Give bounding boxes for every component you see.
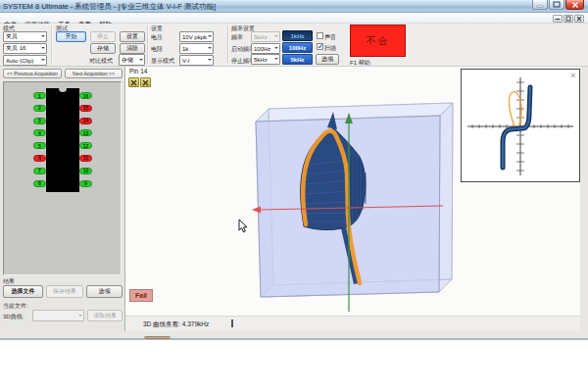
sweep-checkbox[interactable] [317, 43, 323, 50]
chip-pin-6[interactable]: 6 [33, 155, 46, 162]
vi-curve-inset[interactable] [461, 69, 580, 182]
chip-pin-10[interactable]: 10 [79, 168, 92, 174]
minimize-icon [536, 2, 544, 8]
save-results-label: 保存结果 [53, 287, 76, 296]
resistance-label: 电阻 [151, 45, 163, 54]
chevron-down-icon [274, 35, 278, 37]
chevron-down-icon [41, 35, 45, 37]
viewer-label: 3D 曲线查看: [143, 320, 180, 327]
read-results-label: 读取结果 [93, 312, 117, 320]
mdi-minimize-icon [555, 16, 561, 21]
window-title: SYSTEM 8 Ultimate - 系统管理员 - [专业三维立体 V-I-… [3, 2, 216, 12]
mdi-minimize-button[interactable] [553, 15, 563, 23]
close-button[interactable] [565, 0, 584, 10]
chip-pin-3[interactable]: 3 [33, 118, 46, 124]
voltage-select[interactable]: 10V pkpk [179, 31, 214, 42]
clear-button[interactable]: 清除 [120, 43, 145, 54]
results-options-label: 选项 [99, 287, 111, 296]
chip-pins-left[interactable]: 12345678 [33, 92, 46, 187]
store-button[interactable]: 存储 [90, 43, 116, 54]
window-right-border [580, 67, 588, 331]
compare-mode-label: 对比模式 [89, 57, 113, 66]
inset-grip-icon [571, 74, 575, 77]
chevron-down-icon [139, 59, 143, 61]
mdi-restore-icon [565, 16, 571, 22]
chip-pin-15[interactable]: 15 [79, 105, 92, 112]
current-file-label: 当前文件: [3, 302, 28, 311]
save-results-button: 保存结果 [46, 285, 83, 298]
chip-pin-13[interactable]: 13 [79, 129, 92, 136]
resistance-select[interactable]: 1k [179, 43, 214, 54]
stop-button-label: 停止 [97, 32, 109, 41]
display-mode-select-value: V-I [182, 58, 189, 64]
options-button[interactable]: 选项 [316, 54, 339, 65]
stop-button: 停止 [90, 31, 116, 42]
chevron-down-icon [78, 315, 82, 317]
start-frequency-select-value: 100Hz [254, 46, 270, 52]
previous-acquisition-button[interactable]: << Previous Acquisition [3, 69, 62, 78]
frequency-label: 频率 [231, 33, 243, 42]
chip-pin-12[interactable]: 12 [79, 142, 92, 149]
start-frequency-select[interactable]: 100Hz [251, 43, 280, 54]
chevron-down-icon [208, 47, 212, 49]
chevron-down-icon [41, 47, 45, 49]
screenshot-root: SYSTEM 8 Ultimate - 系统管理员 - [专业三维立体 V-I-… [0, 0, 588, 392]
chevron-down-icon [208, 35, 212, 37]
curve-viewer-bar: 3D 曲线查看: 4.379kHz [125, 316, 580, 331]
chip-pins-right[interactable]: 161514131211109 [79, 92, 92, 187]
fixture-pins-select-value: 夹具 16 [6, 44, 25, 53]
chip-pin-16[interactable]: 16 [79, 92, 92, 99]
settings-button[interactable]: 设置 [120, 31, 145, 42]
frequency-slider-thumb[interactable] [231, 319, 233, 327]
choose-file-button[interactable]: 选择文件 [3, 285, 43, 298]
test-result-indicator: 不合 [350, 24, 406, 57]
chip-body [46, 88, 79, 192]
chip-pin-2[interactable]: 2 [33, 105, 46, 112]
display-mode-select[interactable]: V-I [179, 55, 214, 66]
sound-checkbox[interactable] [317, 32, 323, 39]
store-button-label: 存储 [97, 44, 109, 53]
chevron-down-icon [41, 59, 45, 61]
sound-checkbox-label: 声音 [324, 33, 336, 42]
frequency-select: 5kHz [251, 31, 280, 42]
mdi-close-button[interactable] [574, 15, 584, 23]
viewer-frequency-readout: 3D 曲线查看: 4.379kHz [143, 320, 209, 329]
curve-3d-label: 3D曲线: [3, 313, 24, 321]
stop-frequency-select[interactable]: 5kHz [251, 54, 280, 65]
menu-bar: 文件仪器功能工具查看帮助 [0, 13, 588, 24]
chip-pin-14[interactable]: 14 [79, 118, 92, 124]
mdi-restore-button[interactable] [564, 15, 573, 23]
toolbar-separator [147, 25, 148, 64]
compare-mode-select[interactable]: 存储 [119, 54, 145, 66]
read-results-button: 读取结果 [87, 310, 122, 321]
minimize-button[interactable] [532, 0, 548, 10]
app-window: SYSTEM 8 Ultimate - 系统管理员 - [专业三维立体 V-I-… [0, 0, 588, 340]
fixture-panel: << Previous Acquisition Next Acquisition… [0, 67, 125, 331]
voltage-label: 电压 [151, 33, 163, 42]
chip-pin-7[interactable]: 7 [33, 168, 46, 174]
chip-pin-8[interactable]: 8 [33, 180, 46, 187]
chip-pin-5[interactable]: 5 [33, 142, 46, 149]
stop-frequency-badge: 5kHz [282, 54, 313, 65]
chip-pin-4[interactable]: 4 [33, 129, 46, 136]
toolbar-separator [227, 25, 228, 64]
chevron-down-icon [274, 47, 278, 49]
resistance-select-value: 1k [182, 46, 188, 52]
vi-curve-plot [462, 70, 579, 181]
resize-grip[interactable] [144, 336, 171, 339]
start-button[interactable]: 开始 [56, 31, 86, 42]
results-options-button[interactable]: 选项 [86, 285, 122, 298]
curve-3d-select [32, 310, 84, 321]
chip-notch [59, 88, 67, 92]
chip-pin-1[interactable]: 1 [33, 92, 46, 99]
chip-pin-11[interactable]: 11 [79, 155, 92, 162]
fixture-pins-select[interactable]: 夹具 16 [3, 43, 47, 54]
chip-pin-9[interactable]: 9 [79, 180, 92, 187]
test-result-text: 不合 [367, 34, 390, 48]
chip-pin-map[interactable]: 12345678 161514131211109 [3, 81, 122, 275]
next-acquisition-button[interactable]: Next Acquisition >> [65, 69, 122, 78]
fixture-select[interactable]: 夹具 [3, 31, 47, 42]
title-bar[interactable]: SYSTEM 8 Ultimate - 系统管理员 - [专业三维立体 V-I-… [0, 0, 588, 13]
clip-mode-select[interactable]: Auto (Clip) [3, 55, 47, 66]
maximize-button[interactable] [549, 0, 564, 10]
